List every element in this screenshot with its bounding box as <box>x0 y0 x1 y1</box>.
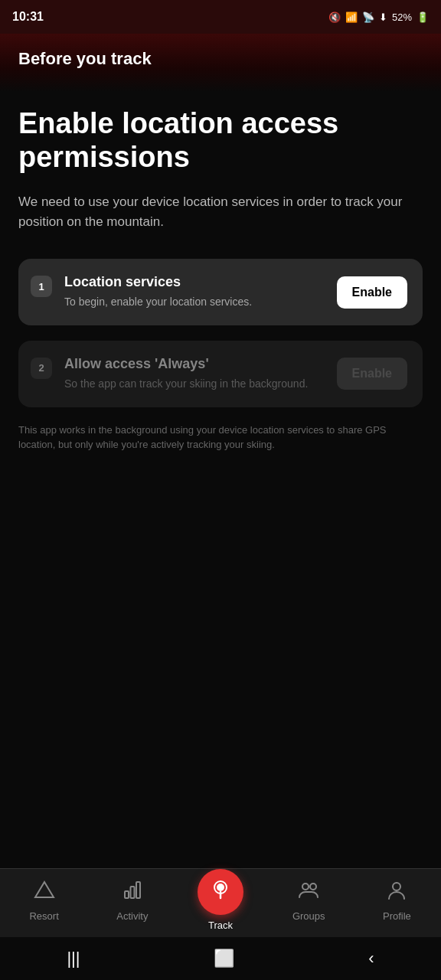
nav-label-groups: Groups <box>292 910 325 922</box>
home-button[interactable]: ⬜ <box>214 949 234 969</box>
svg-rect-3 <box>136 882 140 898</box>
main-heading: Enable location access permissions <box>18 107 423 174</box>
download-icon: ⬇ <box>379 11 387 23</box>
status-bar: 10:31 🔇 📶 📡 ⬇ 52% 🔋 <box>0 0 441 34</box>
signal-icon: 📡 <box>362 11 374 23</box>
resort-icon <box>34 879 55 906</box>
step-badge-2: 2 <box>31 358 52 379</box>
svg-point-7 <box>310 884 316 890</box>
bottom-nav: Resort Activity Track <box>0 868 441 937</box>
svg-point-4 <box>217 884 224 891</box>
main-description: We need to use your device location serv… <box>18 192 423 231</box>
groups-icon <box>298 879 319 906</box>
permission-title-2: Allow access 'Always' <box>64 356 325 372</box>
permission-desc-2: So the app can track your skiing in the … <box>64 377 325 392</box>
recent-apps-button[interactable]: ||| <box>67 949 80 969</box>
status-time: 10:31 <box>12 10 44 24</box>
permission-info-1: Location services To begin, enable your … <box>64 274 325 310</box>
enable-button-2: Enable <box>337 358 407 390</box>
page-title: Before you track <box>18 49 423 69</box>
nav-item-resort[interactable]: Resort <box>0 879 88 922</box>
track-fab[interactable] <box>198 869 243 915</box>
svg-point-8 <box>393 883 400 890</box>
system-nav: ||| ⬜ ‹ <box>0 937 441 980</box>
nav-label-profile: Profile <box>383 910 411 922</box>
footer-note: This app works in the background using y… <box>18 423 423 452</box>
svg-point-6 <box>302 884 309 890</box>
nav-label-activity: Activity <box>116 910 148 922</box>
permission-card-2: 2 Allow access 'Always' So the app can t… <box>18 341 423 407</box>
nav-item-groups[interactable]: Groups <box>265 879 353 922</box>
enable-button-1[interactable]: Enable <box>337 276 407 309</box>
svg-rect-1 <box>125 891 129 898</box>
battery-icon: 🔋 <box>416 11 429 23</box>
nav-item-profile[interactable]: Profile <box>353 879 441 922</box>
permission-info-2: Allow access 'Always' So the app can tra… <box>64 356 325 392</box>
activity-icon <box>122 879 143 906</box>
wifi-icon: 📶 <box>345 11 358 23</box>
nav-label-track: Track <box>208 920 233 931</box>
permission-card-1: 1 Location services To begin, enable you… <box>18 259 423 325</box>
status-icons: 🔇 📶 📡 ⬇ 52% 🔋 <box>328 11 429 23</box>
profile-icon <box>386 879 407 906</box>
svg-rect-2 <box>130 887 134 898</box>
nav-item-track[interactable]: Track <box>176 869 264 931</box>
back-button[interactable]: ‹ <box>368 949 374 969</box>
nav-label-resort: Resort <box>29 910 58 922</box>
header: Before you track <box>0 34 441 92</box>
track-fab-icon <box>209 878 232 906</box>
permission-title-1: Location services <box>64 274 325 290</box>
step-badge-1: 1 <box>31 276 52 297</box>
main-content: Enable location access permissions We ne… <box>0 92 441 868</box>
nav-item-activity[interactable]: Activity <box>88 879 176 922</box>
permission-desc-1: To begin, enable your location services. <box>64 295 325 310</box>
battery-text: 52% <box>392 11 412 23</box>
svg-marker-0 <box>35 882 54 897</box>
mute-icon: 🔇 <box>328 11 341 23</box>
